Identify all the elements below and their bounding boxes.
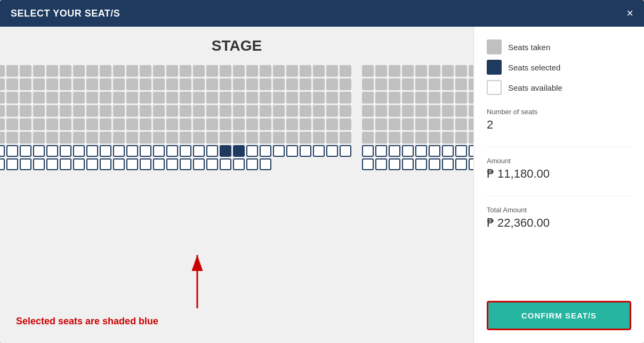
- seat[interactable]: [6, 78, 18, 90]
- seat[interactable]: [100, 78, 111, 90]
- seat[interactable]: [86, 105, 98, 117]
- seat[interactable]: [389, 78, 400, 90]
- seat[interactable]: [0, 78, 5, 90]
- seat[interactable]: [46, 132, 58, 143]
- seat[interactable]: [180, 65, 191, 77]
- seat[interactable]: [180, 158, 191, 170]
- seat[interactable]: [362, 118, 374, 130]
- seat[interactable]: [375, 78, 387, 90]
- seat[interactable]: [6, 132, 18, 143]
- seat[interactable]: [86, 65, 98, 77]
- seat[interactable]: [33, 92, 45, 103]
- seat[interactable]: [362, 145, 374, 157]
- seat[interactable]: [60, 145, 71, 157]
- seat[interactable]: [6, 92, 18, 103]
- seat[interactable]: [60, 105, 71, 117]
- seat[interactable]: [273, 78, 285, 90]
- seat[interactable]: [0, 92, 5, 103]
- seat[interactable]: [429, 105, 440, 117]
- seat[interactable]: [20, 145, 31, 157]
- seat[interactable]: [429, 118, 440, 130]
- seat[interactable]: [153, 92, 165, 103]
- seat[interactable]: [166, 65, 178, 77]
- seat[interactable]: [442, 65, 454, 77]
- seat[interactable]: [233, 158, 245, 170]
- seat[interactable]: [340, 65, 351, 77]
- seat[interactable]: [206, 92, 218, 103]
- seat[interactable]: [33, 78, 45, 90]
- seat[interactable]: [126, 145, 138, 157]
- seat[interactable]: [220, 105, 231, 117]
- seat[interactable]: [402, 92, 414, 103]
- seat[interactable]: [326, 118, 338, 130]
- seat[interactable]: [86, 145, 98, 157]
- seat[interactable]: [415, 92, 427, 103]
- seat[interactable]: [389, 132, 400, 143]
- seat[interactable]: [469, 65, 473, 77]
- seat[interactable]: [140, 105, 151, 117]
- seat[interactable]: [402, 65, 414, 77]
- seat[interactable]: [206, 145, 218, 157]
- seat[interactable]: [326, 145, 338, 157]
- seat[interactable]: [313, 65, 325, 77]
- seat[interactable]: [20, 78, 31, 90]
- seat[interactable]: [0, 118, 5, 130]
- seat[interactable]: [469, 78, 473, 90]
- seat[interactable]: [273, 145, 285, 157]
- seat[interactable]: [6, 105, 18, 117]
- close-button[interactable]: ×: [626, 7, 633, 19]
- seat[interactable]: [140, 65, 151, 77]
- seat[interactable]: [429, 145, 440, 157]
- seat[interactable]: [286, 78, 298, 90]
- seat[interactable]: [233, 118, 245, 130]
- seat[interactable]: [313, 132, 325, 143]
- seat[interactable]: [286, 118, 298, 130]
- seat[interactable]: [46, 105, 58, 117]
- seat[interactable]: [469, 158, 473, 170]
- seat[interactable]: [442, 118, 454, 130]
- seat[interactable]: [362, 158, 374, 170]
- seat[interactable]: [153, 65, 165, 77]
- seat[interactable]: [246, 92, 258, 103]
- seat[interactable]: [46, 92, 58, 103]
- seat[interactable]: [113, 158, 125, 170]
- seat[interactable]: [153, 145, 165, 157]
- seat[interactable]: [442, 92, 454, 103]
- seat[interactable]: [313, 105, 325, 117]
- seat[interactable]: [300, 105, 311, 117]
- seat[interactable]: [415, 78, 427, 90]
- seat[interactable]: [455, 65, 467, 77]
- seat[interactable]: [46, 158, 58, 170]
- seat[interactable]: [220, 65, 231, 77]
- seat[interactable]: [166, 118, 178, 130]
- seat[interactable]: [100, 118, 111, 130]
- seat[interactable]: [375, 132, 387, 143]
- seat[interactable]: [60, 132, 71, 143]
- seat[interactable]: [455, 78, 467, 90]
- seat[interactable]: [260, 145, 271, 157]
- seat[interactable]: [113, 92, 125, 103]
- seat[interactable]: [375, 145, 387, 157]
- seat[interactable]: [20, 105, 31, 117]
- seat[interactable]: [73, 158, 85, 170]
- seat[interactable]: [300, 145, 311, 157]
- seat[interactable]: [286, 132, 298, 143]
- seat[interactable]: [86, 78, 98, 90]
- seat[interactable]: [193, 158, 205, 170]
- seat[interactable]: [180, 118, 191, 130]
- seat[interactable]: [415, 132, 427, 143]
- seat[interactable]: [100, 158, 111, 170]
- seat[interactable]: [180, 105, 191, 117]
- seat[interactable]: [113, 65, 125, 77]
- seat[interactable]: [33, 118, 45, 130]
- seat[interactable]: [455, 105, 467, 117]
- seat[interactable]: [233, 92, 245, 103]
- seat[interactable]: [313, 118, 325, 130]
- seat[interactable]: [246, 118, 258, 130]
- seat[interactable]: [313, 145, 325, 157]
- seat[interactable]: [140, 132, 151, 143]
- seat[interactable]: [429, 132, 440, 143]
- seat[interactable]: [402, 145, 414, 157]
- seat[interactable]: [33, 105, 45, 117]
- seat[interactable]: [46, 118, 58, 130]
